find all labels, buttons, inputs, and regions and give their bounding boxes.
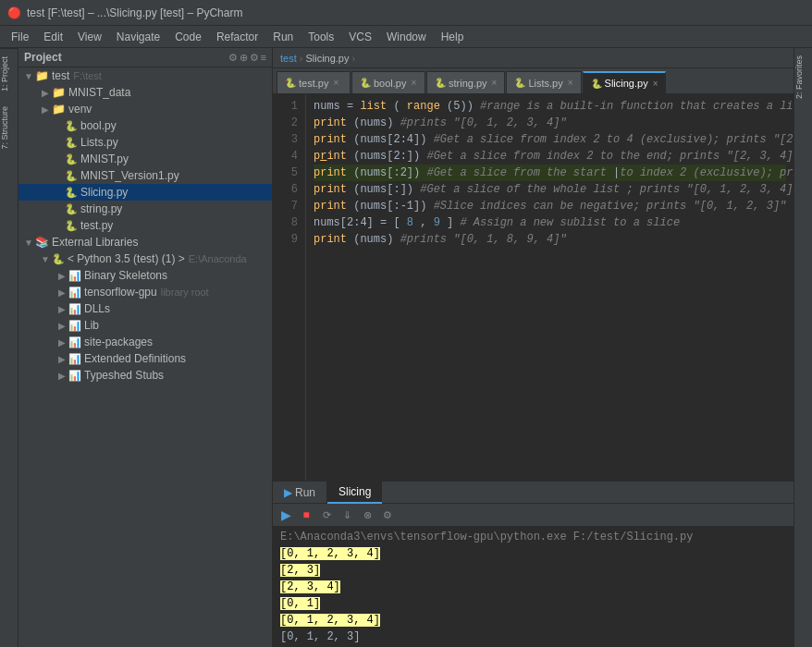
tab-lists-py[interactable]: 🐍 Lists.py × [506, 71, 581, 93]
folder-icon-mnist: 📁 [52, 86, 66, 99]
sidebar-tab-favorites[interactable]: 2: Favorites [794, 48, 813, 106]
tab-label-string: string.py [449, 78, 487, 89]
run-toolbar: ▶ ■ ⟳ ⇓ ⊗ ⚙ [273, 504, 794, 527]
tree-item-venv[interactable]: ▶ 📁 venv [18, 101, 272, 117]
tree-label-site: site-packages [84, 336, 153, 348]
tree-path-py35: E:\Anaconda [189, 253, 247, 264]
sidebar-add-icon[interactable]: ⊕ [240, 52, 248, 64]
sidebar-settings-icon[interactable]: ⚙ [228, 52, 238, 64]
run-settings-btn[interactable]: ⚙ [378, 506, 397, 524]
bottom-tab-run[interactable]: ▶ Run [273, 482, 327, 504]
line-numbers: 1 2 3 4 5 6 7 8 9 [273, 94, 306, 481]
app-icon: 🔴 [7, 6, 21, 19]
tree-label-slicing: Slicing.py [80, 186, 128, 199]
lib-icon-dlls: 📊 [68, 303, 81, 315]
tree-item-mnist-v1[interactable]: 🐍 MNIST_Version1.py [18, 167, 272, 184]
code-line-4: print (nums[2:]) #Get a slice from index… [314, 148, 786, 165]
tab-test-py[interactable]: 🐍 test.py × [277, 71, 351, 93]
tree-item-ext-defs[interactable]: ▶ 📊 Extended Definitions [18, 350, 272, 367]
lib-icon-tf: 📊 [68, 287, 81, 299]
tree-item-string-py[interactable]: 🐍 string.py [18, 201, 272, 217]
tab-close-bool[interactable]: × [411, 78, 416, 88]
tab-close-string[interactable]: × [492, 78, 498, 88]
tree-label-dlls: DLLs [84, 302, 110, 315]
breadcrumb-arrow: › [351, 53, 355, 64]
menu-item-navigate[interactable]: Navigate [109, 29, 167, 45]
menu-item-help[interactable]: Help [434, 29, 472, 45]
expand-arrow-lib: ▶ [55, 321, 68, 331]
sidebar-header: Project ⚙ ⊕ ⚙ ≡ [18, 48, 272, 67]
menu-item-run[interactable]: Run [265, 29, 301, 45]
editor-tabs: 🐍 test.py × 🐍 bool.py × 🐍 string.py × 🐍 … [273, 68, 794, 94]
tree-label-bool: bool.py [80, 119, 117, 132]
menu-item-tools[interactable]: Tools [301, 29, 341, 45]
run-restart-btn[interactable]: ⟳ [317, 506, 336, 524]
tab-slicing-py[interactable]: 🐍 Slicing.py × [583, 71, 667, 93]
tab-bool-py[interactable]: 🐍 bool.py × [351, 71, 425, 93]
tree-item-test-py[interactable]: 🐍 test.py [18, 217, 272, 234]
tree-label-mnist-py: MNIST.py [80, 153, 129, 165]
code-line-8: nums[2:4] = [ 8 , 9 ] # Assign a new sub… [314, 214, 786, 231]
code-line-1: nums = list ( range (5)) #range is a bui… [314, 98, 786, 115]
tree-label-string: string.py [80, 202, 122, 215]
py-interp-icon: 🐍 [52, 253, 65, 265]
tree-item-ext-libs[interactable]: ▼ 📚 External Libraries [18, 234, 272, 250]
menu-item-window[interactable]: Window [379, 29, 434, 45]
titlebar: 🔴 test [F:\test] – ...\Slicing.py [test]… [0, 0, 812, 26]
menu-item-refactor[interactable]: Refactor [209, 29, 265, 45]
breadcrumb-sep: › [300, 53, 303, 64]
tab-string-py[interactable]: 🐍 string.py × [426, 71, 505, 93]
py-icon-test: 🐍 [65, 220, 78, 232]
folder-icon-venv: 📁 [52, 103, 66, 116]
tree-item-mnist-py[interactable]: 🐍 MNIST.py [18, 151, 272, 167]
menu-item-edit[interactable]: Edit [36, 29, 70, 45]
tab-label-slicing: Slicing.py [605, 78, 648, 89]
tree-item-bool-py[interactable]: 🐍 bool.py [18, 117, 272, 134]
tree-item-lists-py[interactable]: 🐍 Lists.py [18, 134, 272, 151]
expand-arrow-bin: ▶ [55, 271, 68, 281]
breadcrumb-test[interactable]: test [280, 53, 297, 64]
breadcrumb-file: Slicing.py [305, 53, 349, 64]
tree-item-site-packages[interactable]: ▶ 📊 site-packages [18, 334, 272, 350]
tree-path-test: F:\test [73, 70, 102, 81]
menu-item-vcs[interactable]: VCS [341, 29, 379, 45]
tree-item-typeshed[interactable]: ▶ 📊 Typeshed Stubs [18, 367, 272, 384]
tree-item-slicing-py[interactable]: 🐍 Slicing.py [18, 184, 272, 201]
tree-item-bin-skeletons[interactable]: ▶ 📊 Binary Skeletons [18, 267, 272, 284]
tree-item-dlls[interactable]: ▶ 📊 DLLs [18, 300, 272, 317]
run-clear-btn[interactable]: ⊗ [358, 506, 376, 524]
tree-item-test[interactable]: ▼ 📁 test F:\test [18, 67, 272, 84]
py-icon-lists: 🐍 [65, 137, 78, 149]
tab-close-lists[interactable]: × [568, 78, 573, 88]
tab-close-slicing[interactable]: × [653, 79, 658, 89]
run-play-btn[interactable]: ▶ [277, 506, 295, 524]
tree-item-mnist-data[interactable]: ▶ 📁 MNIST_data [18, 84, 272, 101]
tree-item-lib[interactable]: ▶ 📊 Lib [18, 317, 272, 334]
code-line-9: print (nums) #prints "[0, 1, 8, 9, 4]" [314, 231, 786, 248]
tab-icon-test: 🐍 [285, 78, 296, 88]
menu-item-file[interactable]: File [4, 29, 36, 45]
menu-item-view[interactable]: View [70, 29, 109, 45]
expand-arrow-venv: ▶ [39, 104, 52, 115]
tree-item-python35[interactable]: ▼ 🐍 < Python 3.5 (test) (1) > E:\Anacond… [18, 250, 272, 267]
run-command: E:\Anaconda3\envs\tensorflow-gpu\python.… [280, 529, 786, 545]
tab-close-test[interactable]: × [333, 78, 338, 88]
sidebar-tab-project[interactable]: 1: Project [0, 48, 18, 99]
bottom-tabs: ▶ Run Slicing [273, 482, 794, 504]
tab-icon-bool: 🐍 [360, 78, 371, 88]
run-scroll-btn[interactable]: ⇓ [338, 506, 356, 524]
output-line-4: [0, 1] [280, 595, 786, 612]
code-editor[interactable]: nums = list ( range (5)) #range is a bui… [306, 94, 794, 481]
sidebar-tab-structure[interactable]: 7: Structure [0, 99, 18, 157]
sidebar-menu-icon[interactable]: ≡ [261, 52, 266, 64]
py-icon-string: 🐍 [65, 203, 78, 215]
bottom-tab-slicing[interactable]: Slicing [327, 482, 382, 504]
breadcrumb: test › Slicing.py › [273, 48, 794, 68]
run-stop-btn[interactable]: ■ [297, 506, 315, 524]
tree-label-lists: Lists.py [80, 136, 118, 149]
tree-item-tf-gpu[interactable]: ▶ 📊 tensorflow-gpu library root [18, 284, 272, 300]
tree-label-lib: Lib [84, 319, 99, 332]
output-line-3: [2, 3, 4] [280, 579, 786, 595]
menu-item-code[interactable]: Code [167, 29, 209, 45]
sidebar-gear-icon[interactable]: ⚙ [250, 52, 259, 64]
